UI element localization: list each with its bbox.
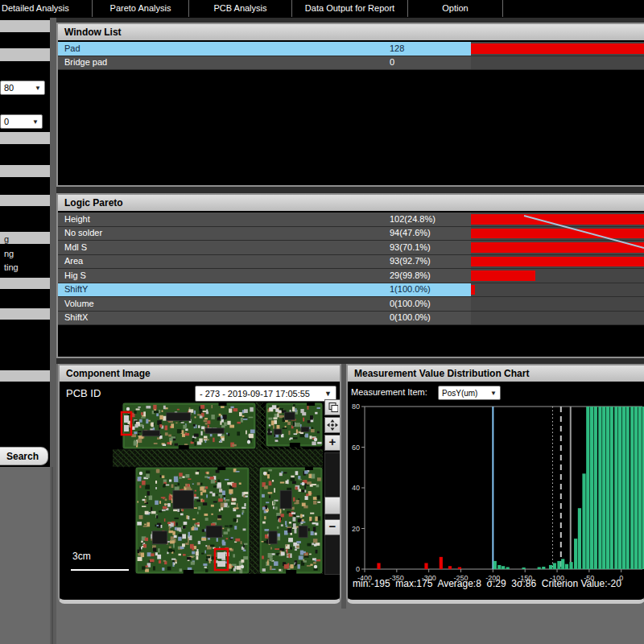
row-value: 128 (390, 43, 404, 53)
bar-zone (471, 283, 644, 297)
sidebar-band (0, 48, 50, 61)
chevron-down-icon: ▼ (35, 85, 41, 92)
sidebar-label-fragment: g (4, 233, 9, 245)
list-row-hig-s[interactable]: Hig S29(99.8%) (58, 269, 644, 283)
menu-item-option[interactable]: Option (408, 0, 503, 17)
sidebar-band (0, 370, 50, 382)
distribution-stats-line: min:-195 max:175 Average:8 σ:29 3σ:86 Cr… (353, 578, 621, 589)
svg-text:0: 0 (356, 565, 360, 573)
dropdown-value: 80 (4, 83, 14, 93)
bar-zone (471, 312, 644, 325)
list-row-bridge-pad[interactable]: Bridge pad0 (58, 56, 644, 71)
sidebar-band (0, 195, 50, 206)
logic-pareto-rows: Height102(24.8%)No solder94(47.6%)Mdl S9… (58, 213, 644, 325)
bar-zone (471, 56, 644, 70)
defect-count-bar (471, 257, 644, 267)
zoom-in-button[interactable]: + (324, 435, 341, 451)
svg-text:80: 80 (352, 402, 360, 411)
defect-count-bar (471, 43, 644, 54)
sidebar-band (0, 20, 50, 32)
scale-bar (71, 569, 129, 571)
window-list-rows: Pad128Bridge pad0 (58, 42, 644, 70)
sidebar-label-fragment: ting (4, 262, 19, 273)
row-value: 0 (390, 57, 394, 67)
list-row-shifty[interactable]: ShiftY1(100.0%) (58, 283, 644, 298)
panel-title: Window List (58, 24, 644, 40)
row-value: 0(100.0%) (390, 312, 431, 322)
row-label: No solder (64, 228, 102, 237)
measurement-item-label: Measurement Item: (351, 387, 427, 397)
spi-analysis-app: { "menu": { "items": ["Detailed Analysis… (0, 0, 644, 644)
defect-count-bar (471, 214, 644, 225)
bar-zone (471, 241, 644, 254)
list-row-height[interactable]: Height102(24.8%) (58, 213, 644, 227)
pcb-id-label: PCB ID (66, 387, 101, 399)
zoom-out-button[interactable]: − (324, 519, 341, 535)
menu-item-detailed-analysis[interactable]: Detailed Analysis (0, 0, 93, 17)
list-row-pad[interactable]: Pad128 (58, 42, 644, 56)
sidebar-dropdown-2[interactable]: 0▼ (0, 114, 43, 129)
measurement-distribution-panel: 020406080-400-350-300-250-200-150-100-50… (346, 364, 644, 604)
sidebar: gngting80▼0▼Search (0, 18, 50, 467)
bar-zone (471, 297, 644, 311)
list-row-no-solder[interactable]: No solder94(47.6%) (58, 227, 644, 242)
measurement-item-value: PosY(um) (442, 389, 477, 398)
row-value: 1(100.0%) (390, 284, 431, 294)
menu-bar: Detailed AnalysisPareto AnalysisPCB Anal… (0, 0, 644, 18)
list-row-area[interactable]: Area93(92.7%) (58, 255, 644, 270)
pan-icon (327, 419, 338, 431)
list-row-volume[interactable]: Volume0(100.0%) (58, 297, 644, 312)
defect-count-bar (471, 229, 644, 239)
sidebar-band (0, 132, 50, 144)
svg-text:20: 20 (352, 525, 360, 533)
row-label: Area (64, 256, 83, 266)
pcb-id-dropdown[interactable]: - 273 - 2019-09-17 17:05:55 ▼ (195, 386, 336, 402)
window-list-panel: Window List Pad128Bridge pad0 (56, 23, 644, 187)
component-image-panel: Component Image PCB ID - 273 - 2019-09-1… (58, 364, 341, 604)
pcb-photo (113, 402, 323, 574)
panel-title: Measurement Value Distribution Chart (348, 365, 644, 382)
bar-zone (471, 42, 644, 56)
pan-button[interactable] (324, 417, 341, 433)
panel-title: Component Image (60, 365, 340, 382)
chevron-down-icon: ▼ (324, 390, 332, 398)
list-row-shiftx[interactable]: ShiftX0(100.0%) (58, 312, 644, 326)
defect-count-bar (471, 285, 475, 295)
list-row-mdl-s[interactable]: Mdl S93(70.1%) (58, 241, 644, 255)
chevron-down-icon: ▼ (490, 390, 497, 397)
row-value: 0(100.0%) (390, 299, 431, 308)
zoom-slider-thumb[interactable] (324, 497, 341, 514)
measurement-item-dropdown[interactable]: PosY(um) ▼ (438, 386, 501, 400)
row-label: Pad (64, 43, 80, 53)
defect-count-bar (471, 242, 644, 253)
bar-zone (471, 213, 644, 226)
sidebar-label-fragment: ng (4, 248, 14, 259)
menu-item-data-output-for-report[interactable]: Data Output for Report (292, 0, 408, 17)
sidebar-dropdown-1[interactable]: 80▼ (0, 80, 45, 95)
search-button[interactable]: Search (0, 447, 48, 465)
dropdown-value: 0 (4, 117, 9, 126)
menu-item-pareto-analysis[interactable]: Pareto Analysis (93, 0, 189, 17)
bar-zone (471, 227, 644, 241)
chevron-down-icon: ▼ (32, 118, 39, 126)
sidebar-divider-line (52, 467, 53, 644)
logic-pareto-panel: Logic Pareto Height102(24.8%)No solder94… (56, 193, 644, 358)
bar-zone (471, 255, 644, 269)
row-value: 29(99.8%) (390, 270, 431, 280)
cascade-icon (327, 402, 338, 413)
svg-text:40: 40 (352, 484, 360, 492)
row-label: ShiftX (64, 312, 88, 322)
distribution-histogram: 020406080-400-350-300-250-200-150-100-50… (348, 365, 644, 602)
sidebar-band (0, 308, 50, 320)
row-label: Bridge pad (64, 57, 107, 67)
row-label: Height (64, 214, 90, 224)
row-label: Hig S (64, 270, 86, 280)
panel-title: Logic Pareto (58, 195, 644, 211)
bar-zone (471, 269, 644, 283)
row-value: 102(24.8%) (390, 214, 436, 224)
cascade-windows-button[interactable] (324, 399, 341, 415)
row-value: 94(47.6%) (390, 228, 431, 237)
menu-item-pcb-analysis[interactable]: PCB Analysis (189, 0, 292, 17)
sidebar-band (0, 165, 50, 177)
row-value: 93(70.1%) (390, 242, 431, 252)
